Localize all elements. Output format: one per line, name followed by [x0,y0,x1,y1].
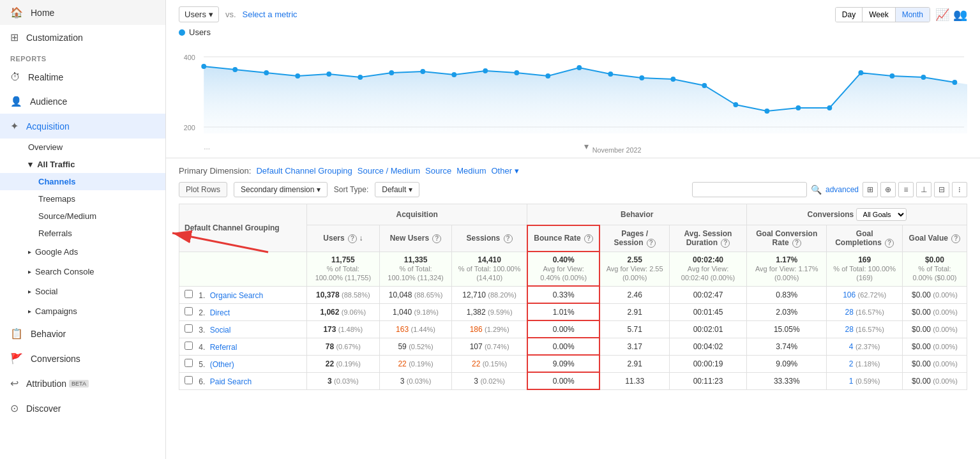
compare-view-icon[interactable]: ⊟ [934,182,949,197]
select-metric-link[interactable]: Select a metric [243,10,298,19]
row-checkbox[interactable] [185,307,193,315]
bounce-rate-help[interactable]: ? [584,234,593,243]
sidebar-item-audience[interactable]: 👤 Audience [0,89,165,114]
goal-conv-rate-value: 3.74% [776,342,797,351]
sidebar-sub-treemaps[interactable]: Treemaps [0,190,165,207]
channel-link[interactable]: Direct [210,308,230,317]
pages-session-value: 2.46 [627,290,642,299]
row-checkbox[interactable] [185,359,193,367]
col-header-pages-session: Pages / Session ? [599,225,669,252]
grid-view-icon[interactable]: ⊞ [863,182,878,197]
behavior-section-header: Behavior [527,204,747,225]
sidebar-channels-label: Channels [38,177,76,186]
week-btn[interactable]: Week [863,8,895,22]
pages-session-value: 2.91 [627,308,642,317]
pages-session-value: 3.17 [627,342,642,351]
sidebar-item-behavior[interactable]: 📋 Behavior [0,321,165,346]
goal-completions-cell: 2 (1.18%) [827,355,902,372]
goal-value-pct: (0.00%) [933,291,958,299]
pie-chart-icon[interactable]: 👥 [953,8,967,22]
avg-duration-help[interactable]: ? [721,239,730,248]
pie-view-icon[interactable]: ⊕ [880,182,896,197]
goal-completions-cell: 106 (62.72%) [827,286,902,303]
sort-default-dropdown[interactable]: Default ▾ [375,182,419,197]
channel-link[interactable]: Social [210,326,231,335]
row-checkbox[interactable] [185,376,193,384]
conversions-section-header: Conversions All Goals [747,204,967,225]
new-users-cell: 59 (0.52%) [379,338,452,355]
row-checkbox[interactable] [185,290,193,298]
sidebar-item-conversions[interactable]: 🚩 Conversions [0,346,165,371]
sidebar-item-discover[interactable]: ⊙ Discover [0,396,165,421]
svg-text:November 2022: November 2022 [592,146,642,154]
totals-goal-completions-value: 169 [858,255,871,264]
sidebar-item-attribution[interactable]: ↩ Attribution BETA [0,371,165,396]
sidebar-group-campaigns[interactable]: ▸ Campaigns [0,301,165,321]
campaigns-arrow: ▸ [28,308,31,315]
advanced-link[interactable]: advanced [825,185,859,194]
channel-link[interactable]: (Other) [210,360,234,369]
bounce-rate-value: 9.09% [553,359,575,368]
pivot-view-icon[interactable]: ⊥ [916,182,931,197]
search-icon[interactable]: 🔍 [811,184,822,195]
month-btn[interactable]: Month [896,8,930,22]
channel-link[interactable]: Referral [210,343,237,352]
svg-point-7 [264,70,269,75]
sidebar-group-search-console[interactable]: ▸ Search Console [0,262,165,282]
secondary-dimension-dropdown[interactable]: Secondary dimension ▾ [234,182,328,197]
dim-link-medium[interactable]: Medium [456,166,486,176]
channel-link[interactable]: Organic Search [210,291,263,300]
goal-completions-help[interactable]: ? [885,239,894,248]
metric-dropdown[interactable]: Users ▾ [179,6,219,22]
line-chart-icon[interactable]: 📈 [935,8,949,22]
sessions-cell: 12,710 (88.20%) [452,286,527,303]
realtime-icon: ⏱ [10,71,20,83]
users-help[interactable]: ? [348,234,357,243]
sidebar-sub-all-traffic[interactable]: ▾ All Traffic [0,156,165,173]
bounce-rate-value: 1.01% [553,308,575,317]
avg-duration-value: 00:11:23 [693,377,723,386]
goal-value-value: $0.00 [912,290,931,299]
pages-session-help[interactable]: ? [647,239,656,248]
sidebar-sub-channels[interactable]: Channels [0,173,165,190]
channel-link[interactable]: Paid Search [210,377,252,386]
pages-session-cell: 2.91 [599,355,669,372]
col-header-channel: Default Channel Grouping [179,204,307,252]
sidebar-item-realtime[interactable]: ⏱ Realtime [0,65,165,89]
sidebar-group-social[interactable]: ▸ Social [0,282,165,301]
all-goals-select[interactable]: All Goals [856,208,907,221]
goal-conv-rate-help[interactable]: ? [792,239,801,248]
sessions-help[interactable]: ? [504,234,513,243]
dim-link-default-channel[interactable]: Default Channel Grouping [256,166,352,176]
search-input[interactable] [692,182,807,197]
custom-view-icon[interactable]: ⫶ [952,182,967,197]
goal-completions-value: 28 [845,325,853,334]
goal-value-help[interactable]: ? [951,234,960,243]
day-btn[interactable]: Day [836,8,863,22]
sidebar-sub-source-medium[interactable]: Source/Medium [0,207,165,225]
new-users-help[interactable]: ? [432,234,441,243]
sidebar-sub-referrals[interactable]: Referrals [0,225,165,242]
sidebar-social-label: Social [35,287,57,296]
dim-link-source[interactable]: Source [425,166,451,176]
sidebar-item-acquisition[interactable]: ✦ Acquisition [0,114,165,139]
totals-goal-completions-pct: % of Total: 100.00% (169) [833,265,896,282]
table-row: 5. (Other) 22 (0.19%) 22 (0.19%) 22 (0.1… [179,355,967,372]
new-users-value: 22 [398,359,406,368]
dim-link-other[interactable]: Other ▾ [491,166,518,176]
col-header-goal-completions: Goal Completions ? [827,225,902,252]
new-users-value: 1,040 [393,308,412,317]
users-sort-arrow[interactable]: ↓ [359,234,363,243]
sidebar-sub-overview[interactable]: Overview [0,139,165,156]
users-pct: (0.19%) [336,360,361,368]
plot-rows-button[interactable]: Plot Rows [179,182,227,197]
sidebar-group-google-ads[interactable]: ▸ Google Ads [0,242,165,262]
row-checkbox[interactable] [185,324,193,333]
bar-view-icon[interactable]: ≡ [898,182,914,197]
sidebar-item-customization[interactable]: ⊞ Customization [0,25,165,50]
new-users-pct: (0.03%) [407,377,432,385]
row-checkbox[interactable] [185,342,193,350]
sidebar-item-home[interactable]: 🏠 Home [0,0,165,25]
dim-link-source-medium[interactable]: Source / Medium [358,166,420,176]
discover-icon: ⊙ [10,402,19,414]
